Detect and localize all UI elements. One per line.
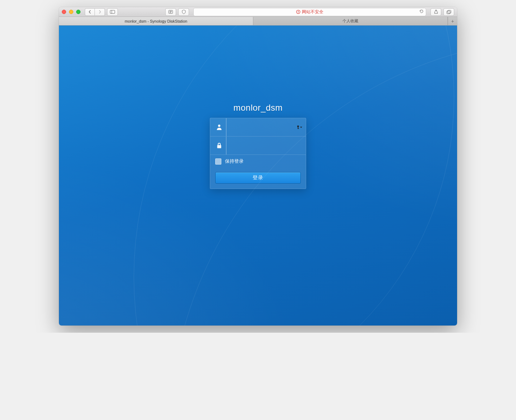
browser-toolbar: 网站不安全 [59,7,457,17]
reload-button[interactable] [419,9,424,15]
password-input[interactable] [226,137,301,154]
tab-active[interactable]: monlor_dsm - Synology DiskStation [59,17,253,25]
svg-rect-10 [448,10,451,13]
minimize-window-button[interactable] [69,10,73,14]
svg-point-8 [298,13,299,13]
page-content: monlor_dsm [59,26,457,326]
new-tab-button[interactable]: + [448,17,457,25]
login-panel: monlor_dsm [210,103,306,189]
remember-label: 保持登录 [225,158,244,165]
close-window-button[interactable] [62,10,66,14]
maximize-window-button[interactable] [76,10,80,14]
window-controls [62,10,80,14]
share-button[interactable] [430,8,441,16]
password-autofill-button[interactable] [296,125,302,129]
tab-bar: monlor_dsm - Synology DiskStation 个人收藏 + [59,17,457,26]
password-field-row [210,137,306,155]
chevron-down-icon [300,126,302,128]
tab-title: monlor_dsm - Synology DiskStation [125,19,187,23]
submit-row: 登录 [210,168,306,189]
nav-button-group [85,8,105,16]
security-warning: 网站不安全 [296,9,323,15]
hostname-title: monlor_dsm [210,103,306,113]
reader-button[interactable] [165,8,176,16]
address-bar[interactable]: 网站不安全 [193,8,426,16]
remember-checkbox[interactable] [215,158,221,165]
svg-rect-9 [447,11,450,14]
tab-favorites[interactable]: 个人收藏 [253,17,448,25]
lock-icon [215,142,223,149]
show-tabs-button[interactable] [443,8,454,16]
warning-icon [296,10,300,14]
security-warning-text: 网站不安全 [302,9,323,15]
remember-row: 保持登录 [210,155,306,168]
tab-title: 个人收藏 [342,18,358,24]
login-form: 保持登录 登录 [210,118,306,189]
browser-window: 网站不安全 monlor_dsm - Synology DiskStation … [59,7,457,326]
forward-button[interactable] [95,8,105,16]
username-input[interactable] [226,118,301,136]
back-button[interactable] [85,8,95,16]
svg-rect-0 [110,10,115,14]
svg-rect-15 [217,145,221,148]
sidebar-toggle-button[interactable] [107,8,118,16]
username-field-row [210,118,306,137]
svg-rect-14 [298,128,299,129]
privacy-report-button[interactable] [178,8,189,16]
user-icon [215,124,223,130]
login-button[interactable]: 登录 [215,172,301,184]
key-icon [296,125,300,129]
svg-point-11 [218,125,220,127]
